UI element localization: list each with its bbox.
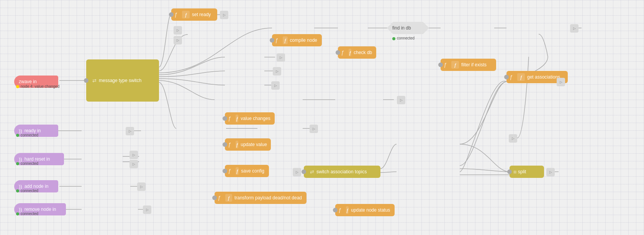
switch-association-node[interactable]: ⇄ switch association topics: [304, 166, 380, 178]
switch-assoc-label: switch association topics: [316, 169, 367, 174]
split-output-btn[interactable]: ▷: [546, 168, 555, 176]
switch-icon: ⇄: [92, 78, 97, 84]
transform-input: [212, 196, 217, 200]
update-status-output-btn[interactable]: ▷: [397, 96, 405, 104]
save-config-input: [223, 169, 227, 173]
msg-switch-out-2[interactable]: ▷: [174, 36, 182, 44]
find-db-status-text: connected: [397, 36, 415, 40]
zwave-status-dot: [16, 85, 19, 88]
get-assoc-input: [504, 75, 509, 79]
filter-exists-input: [438, 62, 443, 67]
save-config-output-btn[interactable]: ▷: [271, 81, 280, 90]
transform-payload-node[interactable]: ƒ transform payload dead/not dead: [215, 192, 306, 204]
message-switch-label: message type switch: [99, 78, 141, 83]
compile-node-node[interactable]: ƒ compile node: [272, 34, 322, 46]
remove-zwave-output-btn[interactable]: ▷: [143, 205, 151, 214]
value-changes-label: value changes: [241, 116, 270, 121]
func-icon-4: ƒ: [451, 61, 459, 69]
add-node-status-text: connected: [21, 189, 38, 193]
switch-assoc-input-btn[interactable]: ▷: [293, 168, 301, 176]
split-icon: ⊞: [513, 170, 516, 174]
func-icon-10: ƒ: [346, 206, 349, 214]
filter-exists-label: filter if exists: [461, 62, 487, 67]
value-changes-output-btn[interactable]: ▷: [277, 53, 285, 62]
update-node-status-node[interactable]: ƒ update node status: [335, 204, 395, 216]
find-db-status-dot: [392, 37, 395, 40]
save-config-node[interactable]: ƒ save config: [225, 165, 269, 177]
func-icon-3: ƒ: [349, 49, 351, 56]
remove-node-status-text: connected: [21, 212, 38, 216]
check-db-label: check db: [354, 50, 372, 55]
save-config-label: save config: [241, 168, 264, 174]
zwave-in-label: zwave in: [19, 79, 37, 84]
compile-assoc-output-btn[interactable]: ▷: [509, 134, 517, 143]
update-value-node[interactable]: ƒ update value: [225, 138, 271, 151]
check-db-input: [336, 50, 340, 55]
set-ready-label: set ready: [192, 12, 211, 17]
set-ready-output-btn[interactable]: ▷: [220, 11, 228, 19]
msg-switch-out-1[interactable]: ▷: [174, 26, 182, 35]
update-status-input: [333, 208, 338, 212]
switch-assoc-icon: ⇄: [310, 169, 314, 175]
func-icon: ƒ: [182, 11, 190, 18]
update-value-input: [223, 142, 227, 147]
func-icon-2: ƒ: [283, 36, 288, 44]
remove-node-label: remove node in: [25, 207, 56, 212]
message-switch-input: [84, 78, 88, 83]
hard-reset-status-text: connected: [21, 161, 38, 166]
split-node[interactable]: ⊞ split: [510, 166, 544, 178]
set-ready-input-port: [169, 12, 174, 17]
find-in-db-label: find in db: [392, 25, 411, 31]
split-input: [507, 169, 512, 174]
update-value-label: update value: [241, 142, 267, 147]
ready-status-text: connected: [21, 133, 38, 137]
transform-label: transform payload dead/not dead: [234, 195, 302, 200]
find-in-db-node[interactable]: find in db: [387, 22, 429, 34]
reset-zwave-output-btn-1[interactable]: ▷: [129, 151, 138, 159]
func-icon-5: ƒ: [517, 73, 525, 81]
update-status-label: update node status: [351, 207, 390, 213]
add-zwave-output-btn[interactable]: ▷: [137, 182, 146, 191]
node-ready-output-btn[interactable]: ▷: [557, 78, 565, 86]
zwave-status-text: node 4: value changed: [21, 84, 59, 89]
remove-node-status-dot: [16, 212, 19, 215]
hard-reset-status-dot: [16, 162, 19, 165]
update-value-output-btn[interactable]: ▷: [273, 67, 281, 76]
compile-node-input: [270, 38, 274, 43]
switch-assoc-input: [302, 169, 306, 174]
add-node-status-dot: [16, 189, 19, 192]
hard-reset-label: hard reset in: [25, 156, 50, 162]
ready-status-dot: [16, 134, 19, 137]
reset-zwave-output-btn-2[interactable]: ▷: [129, 160, 138, 168]
value-changes-input: [223, 116, 227, 121]
node-removed-output-btn[interactable]: ▷: [310, 125, 318, 133]
get-ready-output-btn[interactable]: ▷: [126, 127, 134, 135]
ready-in-label: ready in: [25, 128, 41, 133]
func-icon-7: ƒ: [236, 141, 238, 148]
split-label: split: [518, 169, 526, 174]
func-icon-8: ƒ: [236, 167, 239, 175]
check-db-node[interactable]: ƒ check db: [338, 46, 376, 59]
message-type-switch-node[interactable]: ⇄ message type switch: [86, 59, 159, 102]
filter-exists-node[interactable]: ƒ filter if exists: [441, 59, 496, 71]
get-associations-label: get associations: [527, 74, 560, 80]
set-ready-node[interactable]: ƒ set ready: [171, 8, 217, 21]
func-icon-9: ƒ: [225, 194, 232, 202]
add-node-label: add node in: [25, 184, 49, 189]
value-changes-node[interactable]: ƒ value changes: [225, 112, 275, 125]
get-assoc-output-btn[interactable]: ▷: [570, 24, 578, 33]
func-icon-6: ƒ: [236, 115, 238, 122]
compile-node-label: compile node: [290, 38, 317, 43]
connections-layer: [0, 0, 644, 235]
